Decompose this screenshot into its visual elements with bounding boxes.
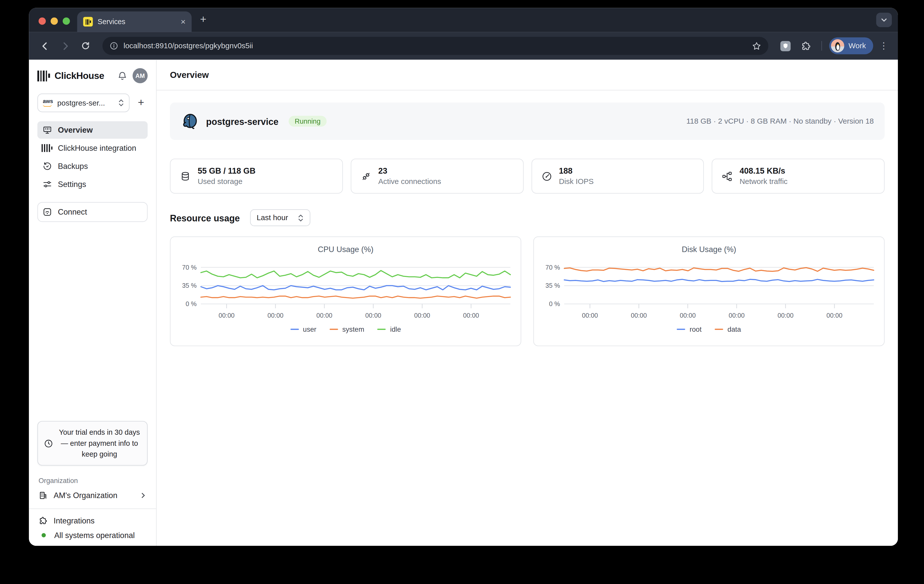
legend-item-system: system (330, 326, 364, 333)
svg-text:70 %: 70 % (545, 264, 560, 271)
legend-dash-icon (677, 328, 685, 330)
url-text[interactable]: localhost:8910/postgres/pgkybgnv0s5ii (124, 42, 747, 50)
postgresql-logo-icon (181, 112, 198, 130)
disk-usage-chart: Disk Usage (%) 70 %35 %0 %00:0000:0000:0… (533, 237, 884, 346)
integrations-label: Integrations (54, 516, 95, 525)
sidebar-menu: Overview ClickHouse integration Backups … (37, 121, 148, 193)
clickhouse-logo-icon (37, 70, 50, 81)
organization-section-label: Organization (37, 477, 148, 484)
time-range-select[interactable]: Last hour (250, 209, 310, 226)
sidebar-item-label: ClickHouse integration (58, 144, 136, 152)
address-bar[interactable]: localhost:8910/postgres/pgkybgnv0s5ii (102, 37, 768, 55)
svg-text:00:00: 00:00 (729, 312, 745, 319)
stats-row: 55 GB / 118 GB Used storage 23 Active co… (170, 159, 884, 194)
chevron-right-icon (140, 492, 146, 498)
browser-tab-services[interactable]: Services × (77, 12, 191, 32)
tab-search-button[interactable] (876, 13, 892, 27)
trial-notice[interactable]: Your trial ends in 30 days — enter payme… (37, 421, 148, 466)
status-ok-dot-icon (41, 533, 45, 538)
minimize-window-button[interactable] (51, 18, 58, 25)
reload-icon (81, 41, 91, 51)
organization-row[interactable]: AM's Organization (37, 491, 148, 500)
svg-text:00:00: 00:00 (267, 312, 284, 319)
stat-card-active-connections: 23 Active connections (350, 159, 523, 194)
bookmark-star-icon[interactable] (752, 41, 761, 50)
back-button[interactable] (36, 38, 53, 54)
extensions-button[interactable] (797, 38, 814, 54)
resource-usage-title: Resource usage (170, 213, 240, 223)
svg-text:00:00: 00:00 (219, 312, 235, 319)
system-status-row[interactable]: All systems operational (37, 531, 148, 540)
stat-value: 55 GB / 118 GB (198, 165, 256, 177)
window-controls[interactable] (39, 18, 70, 25)
connect-button[interactable]: Connect (37, 202, 148, 222)
profile-avatar (831, 39, 845, 53)
browser-window: Services × + localhost:8910/postgres/pgk… (29, 8, 898, 546)
clickhouse-bars-icon (42, 144, 53, 152)
maximize-window-button[interactable] (63, 18, 70, 25)
chart-title: CPU Usage (%) (177, 245, 515, 254)
browser-menu-button[interactable]: ⋮ (877, 40, 891, 51)
chevron-down-icon (880, 17, 888, 24)
new-tab-button[interactable]: + (200, 13, 206, 26)
integrations-link[interactable]: Integrations (37, 516, 148, 525)
svg-text:00:00: 00:00 (631, 312, 647, 319)
integrations-puzzle-icon (39, 516, 48, 525)
site-info-icon[interactable] (110, 42, 118, 50)
legend-item-root: root (677, 326, 701, 333)
notifications-bell-icon[interactable] (117, 71, 127, 80)
svg-text:00:00: 00:00 (414, 312, 431, 319)
legend-dash-icon (330, 328, 338, 330)
shield-extension-button[interactable] (777, 38, 794, 54)
screen: Services × + localhost:8910/postgres/pgk… (0, 0, 924, 584)
sidebar-item-label: Settings (58, 180, 86, 189)
sidebar-item-clickhouse-integration[interactable]: ClickHouse integration (37, 139, 148, 157)
svg-text:35 %: 35 % (545, 282, 560, 289)
database-icon (180, 171, 191, 181)
trial-notice-text: Your trial ends in 30 days — enter payme… (58, 427, 141, 460)
reload-button[interactable] (77, 38, 94, 54)
connections-cable-icon (361, 171, 371, 181)
charts-row: CPU Usage (%) 70 %35 %0 %00:0000:0000:00… (170, 237, 884, 346)
svg-text:0 %: 0 % (186, 300, 196, 307)
sidebar-item-overview[interactable]: Overview (37, 121, 148, 139)
page-title: Overview (170, 70, 209, 79)
svg-text:00:00: 00:00 (582, 312, 598, 319)
legend-item-data: data (715, 326, 741, 333)
svg-text:35 %: 35 % (182, 282, 196, 289)
sidebar-item-label: Backups (58, 162, 88, 170)
sidebar-item-settings[interactable]: Settings (37, 175, 148, 193)
profile-chip[interactable]: Work (829, 38, 873, 54)
add-service-button[interactable]: + (134, 96, 148, 109)
connect-button-label: Connect (58, 208, 87, 217)
stat-label: Used storage (198, 177, 256, 187)
gauge-icon (541, 171, 552, 181)
brand-name: ClickHouse (54, 70, 113, 81)
sidebar-item-backups[interactable]: Backups (37, 157, 148, 175)
system-status-text: All systems operational (54, 531, 135, 540)
select-updown-icon (118, 99, 124, 107)
stat-value: 188 (559, 165, 594, 177)
user-avatar[interactable]: AM (132, 68, 148, 83)
select-updown-icon (298, 214, 304, 222)
forward-arrow-icon (60, 41, 70, 51)
service-selector-value: postgres-ser... (57, 99, 114, 107)
connect-wifi-icon (43, 208, 52, 217)
tab-close-icon[interactable]: × (181, 18, 186, 26)
forward-button[interactable] (57, 38, 74, 54)
service-summary-card: postgres-service Running 118 GB · 2 vCPU… (170, 103, 884, 140)
stat-value: 408.15 KB/s (739, 165, 787, 177)
main-area: Overview postgres-service Running (157, 60, 898, 546)
close-window-button[interactable] (39, 18, 46, 25)
toolbar-separator (821, 41, 822, 51)
stat-label: Active connections (378, 177, 441, 187)
cpu-usage-chart: CPU Usage (%) 70 %35 %0 %00:0000:0000:00… (170, 237, 521, 346)
aws-logo-icon: aws (43, 99, 53, 107)
app-area: ClickHouse AM aws postgres-ser... + (29, 60, 898, 546)
sidebar: ClickHouse AM aws postgres-ser... + (29, 60, 157, 546)
time-range-value: Last hour (257, 213, 288, 222)
service-selector[interactable]: aws postgres-ser... (37, 93, 130, 112)
chart-legend: rootdata (540, 326, 878, 333)
service-specs: 118 GB · 2 vCPU · 8 GB RAM · No standby … (686, 117, 874, 126)
browser-toolbar: localhost:8910/postgres/pgkybgnv0s5ii Wo… (29, 32, 898, 60)
